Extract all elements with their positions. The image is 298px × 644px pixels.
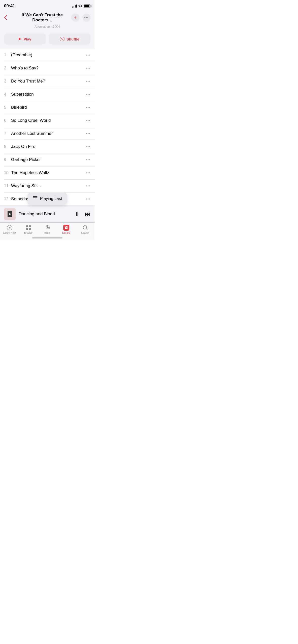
track-name: The Hopeless Waltz xyxy=(11,170,83,175)
track-number: 11 xyxy=(4,184,11,188)
track-more-button[interactable]: ••• xyxy=(83,144,90,150)
action-buttons: Play Shuffle xyxy=(0,31,94,49)
track-name: Bluebird xyxy=(11,105,83,110)
tab-bar: Listen Now Browse Radio Library xyxy=(0,222,94,235)
page-title: If We Can't Trust the Doctors... xyxy=(13,13,71,23)
home-indicator xyxy=(0,235,94,240)
track-more-button[interactable]: ••• xyxy=(83,183,90,189)
track-name: Who's to Say? xyxy=(11,66,83,71)
track-item[interactable]: 3Do You Trust Me?••• xyxy=(0,75,94,88)
track-number: 1 xyxy=(4,53,11,57)
track-number: 9 xyxy=(4,157,11,162)
track-name: Do You Trust Me? xyxy=(11,79,83,84)
track-name: (Preamble) xyxy=(11,53,83,58)
track-item[interactable]: 8Jack On Fire••• xyxy=(0,140,94,153)
track-more-button[interactable]: ••• xyxy=(83,196,90,202)
svg-rect-5 xyxy=(29,228,31,230)
status-icons xyxy=(72,4,90,8)
tab-library-label: Library xyxy=(62,231,70,234)
wifi-icon xyxy=(78,4,82,8)
status-bar: 09:41 xyxy=(0,0,94,11)
queue-icon xyxy=(32,196,38,201)
tab-browse-label: Browse xyxy=(24,231,32,234)
track-more-button[interactable]: ••• xyxy=(83,78,90,84)
track-number: 6 xyxy=(4,118,11,123)
track-more-button[interactable]: ••• xyxy=(83,117,90,124)
album-art xyxy=(4,208,16,220)
track-list: 1(Preamble)•••2Who's to Say?•••3Do You T… xyxy=(0,49,94,206)
svg-rect-4 xyxy=(26,228,28,230)
track-name: Jack On Fire xyxy=(11,144,83,149)
track-more-button[interactable]: ••• xyxy=(83,65,90,71)
tab-search-label: Search xyxy=(81,231,89,234)
signal-icon xyxy=(72,5,77,8)
playback-controls: ⏸ ⏭ xyxy=(74,210,90,218)
album-subtitle: Alternative · 2004 xyxy=(0,24,94,31)
track-more-button[interactable]: ••• xyxy=(83,52,90,58)
track-item[interactable]: 6So Long Cruel World••• xyxy=(0,114,94,127)
status-time: 09:41 xyxy=(4,4,15,9)
shuffle-label: Shuffle xyxy=(67,37,79,41)
forward-button[interactable]: ⏭ xyxy=(85,211,90,217)
svg-rect-3 xyxy=(29,225,31,227)
track-item[interactable]: 1(Preamble)••• xyxy=(0,49,94,62)
header-actions: ••• xyxy=(71,14,90,22)
track-item[interactable]: 4Superstition••• xyxy=(0,88,94,101)
now-playing-title: Dancing and Blood xyxy=(19,212,71,217)
play-button[interactable]: Play xyxy=(4,33,46,45)
track-item[interactable]: 5Bluebird••• xyxy=(0,101,94,114)
track-item[interactable]: 11Wayfaring Str…••• xyxy=(0,179,94,192)
track-number: 8 xyxy=(4,144,11,149)
track-more-button[interactable]: ••• xyxy=(83,104,90,110)
track-item[interactable]: 7Another Lost Summer••• xyxy=(0,127,94,140)
pause-button[interactable]: ⏸ xyxy=(74,210,80,218)
battery-icon xyxy=(84,5,90,8)
track-name: Garbage Picker xyxy=(11,157,83,162)
track-more-button[interactable]: ••• xyxy=(83,91,90,97)
tab-listen-now[interactable]: Listen Now xyxy=(0,225,19,234)
tab-library[interactable]: Library xyxy=(57,225,76,234)
header: If We Can't Trust the Doctors... ••• xyxy=(0,11,94,24)
track-number: 10 xyxy=(4,171,11,175)
shuffle-button[interactable]: Shuffle xyxy=(49,33,91,45)
track-more-button[interactable]: ••• xyxy=(83,157,90,163)
playing-last-tooltip: Playing Last xyxy=(27,192,67,205)
svg-rect-2 xyxy=(26,225,28,227)
track-name: Wayfaring Str… xyxy=(11,183,83,188)
back-button[interactable] xyxy=(4,15,13,20)
now-playing-bar[interactable]: Dancing and Blood ⏸ ⏭ Playing Last xyxy=(0,206,94,222)
tab-radio-label: Radio xyxy=(44,231,50,234)
play-label: Play xyxy=(23,37,31,41)
track-item[interactable]: 9Garbage Picker••• xyxy=(0,153,94,166)
tab-browse[interactable]: Browse xyxy=(19,225,38,234)
track-name: So Long Cruel World xyxy=(11,118,83,123)
more-button[interactable]: ••• xyxy=(82,14,90,22)
track-item[interactable]: 10The Hopeless Waltz••• xyxy=(0,166,94,179)
track-name: Another Lost Summer xyxy=(11,131,83,136)
track-number: 5 xyxy=(4,105,11,110)
tab-radio[interactable]: Radio xyxy=(38,225,57,234)
tab-listen-now-label: Listen Now xyxy=(3,231,16,234)
tab-search[interactable]: Search xyxy=(76,225,94,234)
track-number: 7 xyxy=(4,131,11,136)
track-number: 3 xyxy=(4,79,11,84)
track-item[interactable]: 2Who's to Say?••• xyxy=(0,62,94,75)
svg-point-6 xyxy=(47,227,48,228)
track-number: 4 xyxy=(4,92,11,97)
track-number: 12 xyxy=(4,197,11,201)
track-number: 2 xyxy=(4,66,11,70)
ellipsis-icon: ••• xyxy=(84,16,89,20)
track-more-button[interactable]: ••• xyxy=(83,131,90,137)
track-name: Superstition xyxy=(11,92,83,97)
track-more-button[interactable]: ••• xyxy=(83,170,90,176)
tooltip-label: Playing Last xyxy=(40,196,62,201)
download-button[interactable] xyxy=(71,14,79,22)
